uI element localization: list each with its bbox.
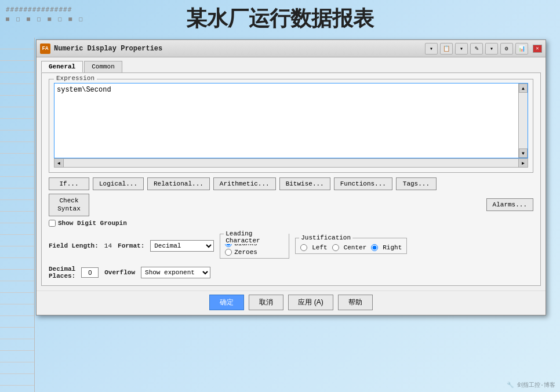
zeroes-radio[interactable] xyxy=(225,249,232,256)
field-length-value: 14 xyxy=(104,242,112,249)
scroll-track xyxy=(519,93,528,148)
expression-group-label: Expression xyxy=(54,75,97,82)
ok-button[interactable]: 确定 xyxy=(209,295,244,310)
expression-group: Expression system\Second ▲ ▼ ◄ ► xyxy=(49,79,533,173)
toolbar-btn-3[interactable]: ▾ xyxy=(455,43,468,55)
right-radio[interactable] xyxy=(371,244,378,251)
buttons-row-2: Check Syntax Alarms... xyxy=(49,194,533,216)
vertical-scrollbar[interactable]: ▲ ▼ xyxy=(518,84,528,158)
toolbar-btn-7[interactable]: 📊 xyxy=(515,43,528,55)
tab-common[interactable]: Common xyxy=(84,61,122,72)
toolbar-btn-2[interactable]: 📋 xyxy=(440,43,453,55)
decimal-places-input[interactable] xyxy=(81,267,99,278)
scroll-up-btn[interactable]: ▲ xyxy=(519,84,528,93)
functions-button[interactable]: Functions... xyxy=(334,177,392,190)
if-button[interactable]: If... xyxy=(49,177,89,190)
dialog-window: FA Numeric Display Properties ▾ 📋 ▾ ✎ ▾ … xyxy=(36,39,546,315)
properties-row-2: DecimalPlaces: Overflow Show exponent Sh… xyxy=(49,266,533,280)
show-digit-grouping-label: Show Digit Groupin xyxy=(58,220,127,227)
expression-container: system\Second ▲ ▼ xyxy=(54,83,528,158)
format-label: Format: xyxy=(118,242,144,249)
scroll-down-btn[interactable]: ▼ xyxy=(519,148,528,158)
page-title: 某水厂运行数据报表 xyxy=(0,5,560,33)
dialog-footer: 确定 取消 应用 (A) 帮助 xyxy=(37,291,546,315)
scroll-right-btn[interactable]: ► xyxy=(518,159,528,167)
buttons-row-1: If... Logical... Relational... Arithmeti… xyxy=(49,177,533,190)
tab-general[interactable]: General xyxy=(41,61,83,72)
alarms-button[interactable]: Alarms... xyxy=(486,198,533,211)
properties-row: Field Length: 14 Format: Decimal Hexadec… xyxy=(49,234,533,259)
center-label: Center xyxy=(344,244,367,251)
relational-button[interactable]: Relational... xyxy=(147,177,210,190)
center-radio[interactable] xyxy=(332,244,339,251)
tab-strip: General Common xyxy=(37,57,546,72)
watermark: 🔧 剑指工控·博客 xyxy=(507,381,555,389)
leading-char-group: Leading Character Blanks Zeroes xyxy=(220,234,289,259)
horizontal-scrollbar[interactable]: ◄ ► xyxy=(54,158,528,168)
bottom-controls: Show Digit Groupin Field Length: 14 Form… xyxy=(49,220,533,280)
cancel-button[interactable]: 取消 xyxy=(249,295,283,310)
left-label: Left xyxy=(312,244,327,251)
left-radio[interactable] xyxy=(300,244,307,251)
logical-button[interactable]: Logical... xyxy=(93,177,144,190)
toolbar-btn-5[interactable]: ▾ xyxy=(485,43,498,55)
decimal-places-label: DecimalPlaces: xyxy=(49,266,75,280)
expression-input[interactable]: system\Second xyxy=(54,84,517,158)
tags-button[interactable]: Tags... xyxy=(396,177,437,190)
check-button[interactable]: Check Syntax xyxy=(49,194,89,216)
zeroes-option: Zeroes xyxy=(225,249,284,256)
justification-group: Justification Left Center Right xyxy=(295,238,407,254)
tab-content: Expression system\Second ▲ ▼ ◄ ► If... L… xyxy=(41,72,541,286)
arithmetic-button[interactable]: Arithmetic... xyxy=(213,177,276,190)
digit-grouping-row: Show Digit Groupin xyxy=(49,220,533,227)
format-select[interactable]: Decimal Hexadecimal Octal Binary Exponen… xyxy=(150,240,214,252)
field-length-label: Field Length: xyxy=(49,242,99,249)
justification-options: Left Center Right xyxy=(300,244,402,251)
overflow-label: Overflow xyxy=(104,269,135,276)
show-digit-grouping-checkbox[interactable] xyxy=(49,220,56,227)
window-controls: ✕ xyxy=(533,45,542,53)
scroll-left-btn[interactable]: ◄ xyxy=(54,159,64,167)
title-toolbar: ▾ 📋 ▾ ✎ ▾ ⚙ 📊 xyxy=(425,43,528,55)
apply-button[interactable]: 应用 (A) xyxy=(288,295,333,310)
justification-label: Justification xyxy=(299,234,352,241)
bitwise-button[interactable]: Bitwise... xyxy=(279,177,330,190)
overflow-select[interactable]: Show exponent Show asterisk xyxy=(141,267,210,278)
dialog-title: Numeric Display Properties xyxy=(54,45,425,53)
help-button[interactable]: 帮助 xyxy=(338,295,373,310)
toolbar-btn-4[interactable]: ✎ xyxy=(470,43,483,55)
leading-char-label: Leading Character xyxy=(224,230,289,244)
close-button[interactable]: ✕ xyxy=(533,45,542,53)
title-bar: FA Numeric Display Properties ▾ 📋 ▾ ✎ ▾ … xyxy=(37,40,546,57)
right-label: Right xyxy=(383,244,402,251)
zeroes-label: Zeroes xyxy=(234,249,257,256)
toolbar-btn-1[interactable]: ▾ xyxy=(425,43,438,55)
app-icon: FA xyxy=(40,43,50,54)
grid-lines xyxy=(0,38,35,392)
horiz-scroll-track xyxy=(64,159,518,167)
toolbar-btn-6[interactable]: ⚙ xyxy=(500,43,513,55)
